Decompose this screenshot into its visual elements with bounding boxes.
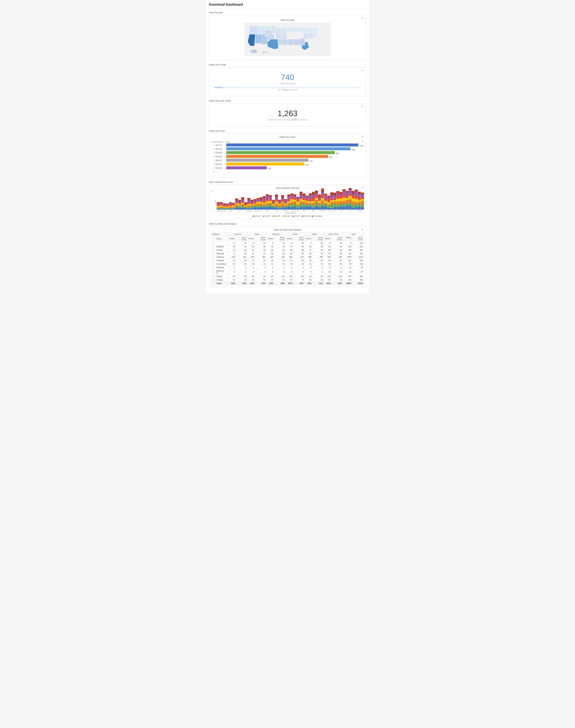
stacked-segment bbox=[253, 207, 257, 210]
cell-m-items: 35 bbox=[274, 248, 286, 252]
table-row: 4 Arkansas 9 16 11 11 28 28 26 28 25 33 … bbox=[211, 252, 364, 255]
cell-so-items: 3 bbox=[312, 269, 324, 275]
stacked-segment bbox=[300, 207, 303, 210]
stacked-segment bbox=[275, 194, 278, 197]
cell-num: 9 bbox=[211, 269, 215, 275]
stacked-segment bbox=[288, 203, 290, 205]
stacked-segment bbox=[321, 198, 324, 201]
stacked-segment bbox=[321, 192, 324, 194]
obm-chart-title: Orders by month bbox=[211, 136, 364, 138]
stacked-segment bbox=[263, 198, 266, 200]
svg-rect-16 bbox=[298, 27, 303, 32]
stacked-segment bbox=[303, 198, 306, 200]
gear-icon[interactable]: ⚙ bbox=[362, 17, 364, 20]
gear-icon-items[interactable]: ⚙ bbox=[362, 105, 364, 108]
stacked-segment bbox=[241, 201, 244, 203]
stacked-segment bbox=[290, 205, 293, 207]
cell-s-items: 19 bbox=[293, 262, 305, 266]
cell-m-orders: 1 bbox=[266, 266, 274, 269]
x-axis-label: January '17 bbox=[253, 210, 263, 212]
stacked-segment bbox=[257, 198, 260, 199]
totals-so-items: 1722 bbox=[312, 282, 324, 285]
stacked-segment bbox=[358, 194, 361, 196]
gear-icon-orders[interactable]: ⚙ bbox=[362, 69, 364, 72]
th-so-orders: Orders bbox=[305, 236, 312, 242]
th-state[interactable]: State ▲ bbox=[215, 236, 228, 242]
stacked-bar-group bbox=[263, 196, 266, 210]
cell-j-items: 11 bbox=[255, 252, 267, 255]
y-tick-250: 250 bbox=[211, 190, 213, 191]
stacked-segment bbox=[247, 198, 250, 200]
gear-icon-sales[interactable]: ⚙ bbox=[362, 228, 364, 231]
x-axis-label: October bbox=[281, 210, 291, 212]
cell-t-items: 68 bbox=[332, 278, 343, 282]
cell-d-items: 16 bbox=[236, 252, 247, 255]
stacked-segment bbox=[260, 202, 263, 204]
legend-label: 20 to 29 bbox=[265, 215, 270, 217]
stacked-segment bbox=[250, 200, 253, 202]
stacked-bars bbox=[217, 190, 364, 210]
cell-s-items: 88 bbox=[293, 248, 305, 252]
stacked-segment bbox=[321, 201, 324, 204]
stacked-segment bbox=[309, 195, 312, 198]
cell-d-items: 59 bbox=[236, 275, 247, 278]
cell-j-orders: 14 bbox=[247, 262, 255, 266]
stacked-segment bbox=[312, 203, 315, 206]
cell-j-orders: 0 bbox=[247, 242, 255, 245]
stacked-segment bbox=[263, 201, 266, 203]
orders-dropdown-icon[interactable]: ▼ bbox=[362, 141, 364, 143]
stacked-bar-group bbox=[355, 189, 358, 210]
cell-state: Arizona bbox=[215, 248, 228, 252]
page-title: Download Dashboard bbox=[209, 3, 366, 6]
stacked-segment bbox=[290, 196, 293, 199]
cell-d-orders: 1 bbox=[228, 266, 236, 269]
stacked-segment bbox=[284, 200, 287, 203]
row-num: 3 bbox=[211, 152, 214, 154]
stacked-segment bbox=[238, 201, 241, 203]
sales-table-title: Sales by State and Category bbox=[211, 228, 364, 231]
stacked-segment bbox=[312, 206, 315, 208]
stacked-segment bbox=[340, 195, 343, 196]
cell-t-orders: 535 bbox=[324, 255, 332, 259]
stacked-segment bbox=[327, 196, 330, 198]
svg-rect-26 bbox=[313, 28, 317, 32]
cell-num: 3 bbox=[211, 248, 215, 252]
gear-icon-ua[interactable]: ⚙ bbox=[362, 186, 364, 189]
svg-rect-19 bbox=[288, 39, 293, 45]
stacked-segment bbox=[300, 202, 303, 204]
th-j-items: Items Count bbox=[255, 236, 267, 242]
stacked-segment bbox=[309, 205, 312, 207]
cell-num: 7 bbox=[211, 262, 215, 266]
totals-d-orders: 1344 bbox=[228, 282, 236, 285]
stacked-segment bbox=[321, 188, 324, 192]
order-items-metric: 1,263 Order Items this month ▲ 1,010 Las… bbox=[211, 106, 364, 124]
stacked-segment bbox=[327, 202, 330, 205]
svg-point-33 bbox=[267, 51, 268, 53]
row-month: 2019-07 bbox=[215, 159, 225, 161]
stacked-segment bbox=[238, 203, 241, 204]
stacked-segment bbox=[294, 194, 297, 196]
cell-d-orders: 25 bbox=[228, 245, 236, 248]
cell-tot-orders: 12 bbox=[343, 266, 352, 269]
stacked-segment bbox=[238, 200, 241, 202]
x-axis-label: April bbox=[300, 210, 309, 212]
cell-d-orders: 9 bbox=[228, 252, 236, 255]
stacked-segment bbox=[284, 208, 287, 210]
th-tot-orders[interactable]: Orders ▼ bbox=[343, 236, 352, 242]
stacked-segment bbox=[220, 207, 223, 208]
stacked-segment bbox=[346, 204, 349, 206]
stacked-segment bbox=[349, 199, 352, 203]
stacked-segment bbox=[297, 197, 299, 198]
cell-m-items: 18 bbox=[274, 242, 286, 245]
stacked-segment bbox=[220, 208, 223, 209]
cell-j-items: 40 bbox=[255, 248, 267, 252]
stacked-bar-group bbox=[241, 197, 244, 210]
stacked-segment bbox=[229, 209, 232, 210]
row-bar-container: 946 bbox=[226, 151, 364, 154]
last-month-label: Last month bbox=[297, 119, 307, 121]
cell-tot-items: 248 bbox=[352, 278, 364, 282]
cell-so-orders: 0 bbox=[305, 242, 312, 245]
y-tick-0: 0 bbox=[211, 208, 213, 210]
gear-icon-obm[interactable]: ⚙ bbox=[362, 135, 364, 138]
stacked-segment bbox=[358, 207, 361, 210]
